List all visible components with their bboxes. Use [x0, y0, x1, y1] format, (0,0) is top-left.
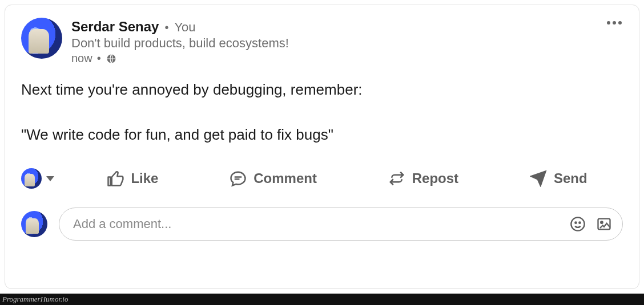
send-label: Send [554, 170, 587, 186]
repost-icon [388, 170, 405, 187]
svg-point-7 [601, 221, 603, 223]
react-as-selector[interactable] [21, 168, 71, 189]
globe-icon[interactable] [106, 53, 117, 64]
separator-dot: • [164, 21, 168, 34]
like-label: Like [131, 170, 158, 186]
thumbs-up-icon [107, 170, 124, 187]
react-as-avatar [21, 168, 42, 189]
separator-dot: • [97, 52, 101, 65]
post-body: Next time you're annoyed by debugging, r… [21, 79, 623, 146]
comment-label: Comment [253, 170, 317, 186]
comment-input[interactable] [73, 217, 570, 231]
author-name[interactable]: Serdar Senay [71, 19, 159, 35]
comment-button[interactable]: Comment [222, 165, 325, 192]
author-tagline: Don't build products, build ecosystems! [71, 36, 289, 51]
post-body-line: "We write code for fun, and get paid to … [21, 124, 623, 146]
comment-box[interactable] [59, 208, 623, 241]
watermark-bar: ProgrammerHumor.io [0, 294, 644, 305]
post-body-line: Next time you're annoyed by debugging, r… [21, 79, 623, 101]
send-button[interactable]: Send [522, 165, 595, 192]
actions-row: Like Comment Repost Send [21, 165, 623, 192]
comment-icon [230, 170, 247, 187]
image-icon[interactable] [596, 216, 612, 232]
post-header: Serdar Senay • You Don't build products,… [21, 18, 623, 65]
post-card: Serdar Senay • You Don't build products,… [5, 5, 639, 289]
emoji-icon[interactable] [570, 216, 586, 232]
author-relation: You [174, 20, 195, 35]
watermark-text: ProgrammerHumor.io [2, 295, 68, 303]
commenter-avatar[interactable] [21, 211, 47, 237]
caret-down-icon [46, 176, 54, 181]
post-time: now [71, 52, 92, 65]
author-avatar[interactable] [21, 18, 62, 59]
svg-point-4 [575, 222, 576, 223]
repost-button[interactable]: Repost [380, 165, 466, 192]
post-meta: Serdar Senay • You Don't build products,… [71, 19, 289, 65]
post-menu-button[interactable] [603, 18, 625, 28]
like-button[interactable]: Like [99, 165, 166, 192]
svg-point-3 [571, 217, 584, 230]
svg-point-5 [579, 222, 580, 223]
comment-row [21, 208, 623, 241]
repost-label: Repost [412, 170, 458, 186]
send-icon [530, 170, 547, 187]
